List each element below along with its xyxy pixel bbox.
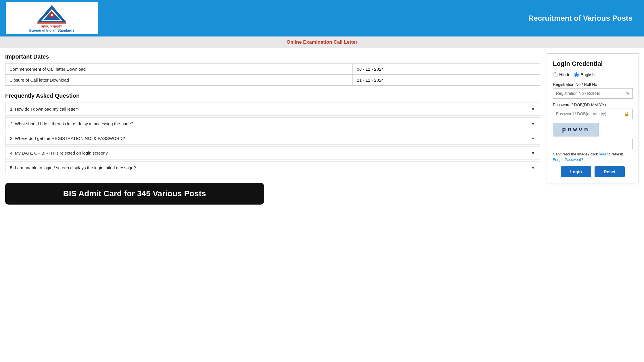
faq-item-3[interactable]: 3. Where do I get the REGISTRATION NO. &…: [5, 132, 540, 145]
dates-row2-value: 21 - 11 - 2024: [353, 75, 540, 86]
header-title: Recruitment of Various Posts: [98, 14, 638, 23]
lang-hindi-label: Hindi: [559, 72, 569, 77]
faq-title: Frequently Asked Question: [5, 93, 540, 99]
faq-item-1-text: 1. How do I download my call letter?: [10, 107, 79, 111]
faq-item-4[interactable]: 4. My DATE OF BIRTH is rejected on login…: [5, 147, 540, 159]
edit-icon: ✎: [623, 91, 632, 96]
captcha-help-text: Can't read the image? click here to refr…: [553, 152, 633, 156]
bis-logo-icon: [34, 4, 69, 24]
lang-english-radio[interactable]: [574, 72, 579, 77]
faq-item-5-text: 5. I am unable to login / screen display…: [10, 165, 136, 170]
svg-rect-5: [37, 22, 66, 24]
login-button[interactable]: Login: [561, 166, 591, 177]
table-row: Commencement of Call letter Download 06 …: [5, 64, 540, 75]
logo-area: मानक: पथप्रदर्शक Bureau of Indian Standa…: [6, 2, 98, 34]
lang-hindi-option[interactable]: Hindi: [553, 72, 569, 77]
faq-item-2[interactable]: 2. What should I do if there is lot of d…: [5, 117, 540, 130]
faq-item-5[interactable]: 5. I am unable to login / screen display…: [5, 161, 540, 174]
captcha-refresh-link[interactable]: here: [599, 152, 606, 156]
forgot-password-link[interactable]: Forgot Password?: [553, 157, 633, 162]
chevron-down-icon: ▼: [531, 165, 535, 170]
pass-input-row: 🔒: [553, 109, 633, 119]
login-panel: Login Credential Hindi English Registrat…: [547, 53, 639, 183]
left-panel: Important Dates Commencement of Call let…: [5, 53, 540, 210]
sub-header-label: Online Examination Call Letter: [287, 39, 358, 45]
captcha-help-prefix: Can't read the image? click: [553, 152, 599, 156]
reg-field-label: Registration No / Roll No: [553, 82, 633, 87]
registration-input[interactable]: [553, 88, 623, 98]
language-selection: Hindi English: [553, 72, 633, 77]
faq-item-2-text: 2. What should I do if there is lot of d…: [10, 121, 133, 126]
chevron-down-icon: ▼: [531, 136, 535, 141]
login-title: Login Credential: [553, 60, 633, 68]
svg-point-4: [51, 14, 53, 16]
main-content: Important Dates Commencement of Call let…: [0, 48, 644, 210]
chevron-down-icon: ▼: [531, 122, 535, 126]
faq-section: Frequently Asked Question 1. How do I do…: [5, 93, 540, 174]
dates-row2-label: Closure of Call letter Download: [5, 75, 353, 86]
table-row: Closure of Call letter Download 21 - 11 …: [5, 75, 540, 86]
captcha-image: pnwvn: [553, 123, 599, 136]
faq-item-3-text: 3. Where do I get the REGISTRATION NO. &…: [10, 136, 125, 141]
logo-hindi-text: मानक: पथप्रदर्शक: [41, 25, 62, 28]
login-buttons: Login Reset: [553, 166, 633, 177]
lang-hindi-radio[interactable]: [553, 72, 557, 77]
chevron-down-icon: ▼: [531, 107, 535, 111]
lock-icon: 🔒: [621, 111, 632, 117]
header: मानक: पथप्रदर्शक Bureau of Indian Standa…: [0, 0, 644, 36]
reg-input-row: ✎: [553, 88, 633, 99]
pass-field-label: Password / DOB(DD-MM-YY): [553, 103, 633, 107]
dates-table: Commencement of Call letter Download 06 …: [5, 63, 540, 86]
dates-row1-value: 06 - 11 - 2024: [353, 64, 540, 75]
faq-item-1[interactable]: 1. How do I download my call letter? ▼: [5, 103, 540, 115]
admit-card-banner: BIS Admit Card for 345 Various Posts: [5, 183, 264, 205]
password-input[interactable]: [553, 109, 621, 119]
logo-english-text: Bureau of Indian Standards: [29, 28, 74, 32]
reset-button[interactable]: Reset: [595, 166, 625, 177]
captcha-input[interactable]: [553, 139, 632, 149]
sub-header: Online Examination Call Letter: [0, 36, 644, 48]
important-dates-title: Important Dates: [5, 53, 540, 60]
lang-english-option[interactable]: English: [574, 72, 595, 77]
captcha-help-suffix: to refresh.: [606, 152, 624, 156]
faq-item-4-text: 4. My DATE OF BIRTH is rejected on login…: [10, 151, 108, 155]
lang-english-label: English: [580, 72, 595, 77]
chevron-down-icon: ▼: [531, 151, 535, 155]
captcha-input-row: [553, 139, 633, 149]
dates-row1-label: Commencement of Call letter Download: [5, 64, 353, 75]
